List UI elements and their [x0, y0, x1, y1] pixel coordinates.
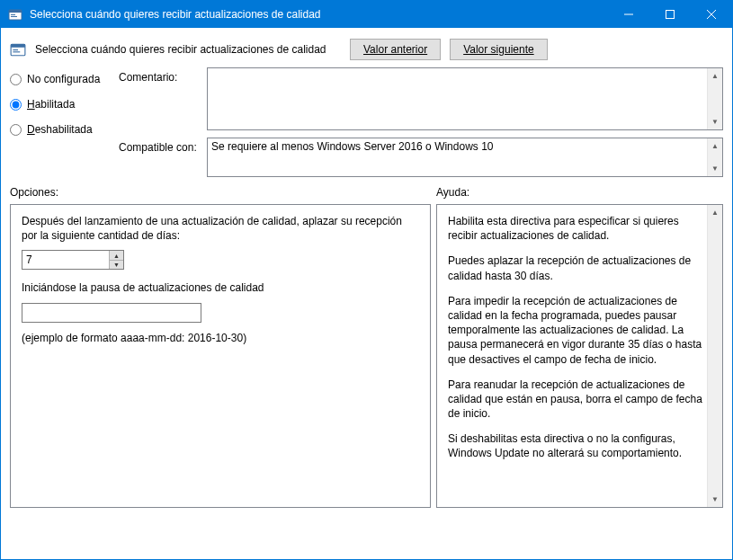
minimize-button[interactable]: [608, 1, 649, 28]
pause-start-input[interactable]: [22, 303, 201, 323]
help-text: Habilita esta directiva para especificar…: [448, 214, 707, 498]
radio-disabled-input[interactable]: [10, 124, 22, 136]
scroll-down-icon[interactable]: ▼: [708, 114, 722, 129]
maximize-button[interactable]: [649, 1, 691, 28]
comment-label: Comentario:: [119, 67, 200, 130]
spinner-down-button[interactable]: ▼: [110, 261, 123, 270]
help-paragraph: Para impedir la recepción de actualizaci…: [448, 294, 703, 367]
radio-enabled[interactable]: Habilitada: [10, 98, 113, 111]
svg-rect-1: [9, 10, 22, 13]
state-radio-group: No configurada Habilitada Deshabilitada: [10, 67, 113, 177]
scroll-up-icon[interactable]: ▲: [708, 205, 722, 220]
radio-enabled-input[interactable]: [10, 99, 22, 111]
previous-setting-button[interactable]: Valor anterior: [350, 39, 441, 60]
svg-rect-11: [13, 51, 20, 52]
next-setting-button[interactable]: Valor siguiente: [450, 39, 548, 60]
help-paragraph: Habilita esta directiva para especificar…: [448, 214, 703, 243]
help-paragraph: Para reanudar la recepción de actualizac…: [448, 378, 703, 422]
window-title: Selecciona cuándo quieres recibir actual…: [30, 8, 608, 21]
pause-start-label: Iniciándose la pausa de actualizaciones …: [22, 280, 419, 295]
spinner-up-button[interactable]: ▲: [110, 251, 123, 261]
radio-disabled-label: Deshabilitada: [27, 123, 93, 136]
radio-not-configured-label: No configurada: [27, 73, 100, 85]
options-heading: Opciones:: [10, 186, 436, 199]
scrollbar[interactable]: ▲ ▼: [707, 138, 722, 176]
scroll-up-icon[interactable]: ▲: [708, 68, 722, 84]
titlebar: Selecciona cuándo quieres recibir actual…: [1, 1, 732, 28]
defer-days-spinner[interactable]: ▲ ▼: [22, 250, 124, 270]
svg-rect-2: [11, 14, 15, 15]
radio-not-configured-input[interactable]: [10, 74, 22, 85]
page-title: Selecciona cuándo quieres recibir actual…: [35, 43, 341, 56]
svg-rect-3: [11, 16, 17, 17]
scrollbar[interactable]: ▲ ▼: [707, 205, 722, 507]
help-heading: Ayuda:: [436, 186, 723, 199]
policy-icon: [8, 7, 22, 22]
radio-not-configured[interactable]: No configurada: [10, 73, 113, 85]
supported-on-text: Se requiere al menos Windows Server 2016…: [208, 138, 707, 176]
close-button[interactable]: [691, 1, 732, 28]
svg-rect-5: [666, 11, 675, 19]
scroll-down-icon[interactable]: ▼: [708, 161, 722, 176]
date-format-hint: (ejemplo de formato aaaa-mm-dd: 2016-10-…: [22, 332, 419, 344]
scrollbar[interactable]: ▲ ▼: [707, 68, 722, 129]
comment-textarea[interactable]: [208, 68, 707, 129]
supported-label: Compatible con:: [119, 138, 200, 177]
policy-icon: [10, 41, 26, 58]
defer-days-label: Después del lanzamiento de una actualiza…: [22, 214, 419, 243]
radio-disabled[interactable]: Deshabilitada: [10, 123, 113, 136]
help-paragraph: Si deshabilitas esta directiva o no la c…: [448, 431, 703, 460]
svg-rect-10: [13, 49, 18, 50]
scroll-down-icon[interactable]: ▼: [708, 492, 722, 507]
svg-rect-9: [11, 44, 25, 47]
help-paragraph: Puedes aplazar la recepción de actualiza…: [448, 253, 703, 282]
scroll-up-icon[interactable]: ▲: [708, 138, 722, 154]
options-panel: Después del lanzamiento de una actualiza…: [10, 204, 431, 508]
header-row: Selecciona cuándo quieres recibir actual…: [1, 28, 732, 67]
radio-enabled-label: Habilitada: [27, 98, 75, 111]
help-panel: Habilita esta directiva para especificar…: [436, 204, 723, 508]
defer-days-input[interactable]: [22, 251, 109, 269]
